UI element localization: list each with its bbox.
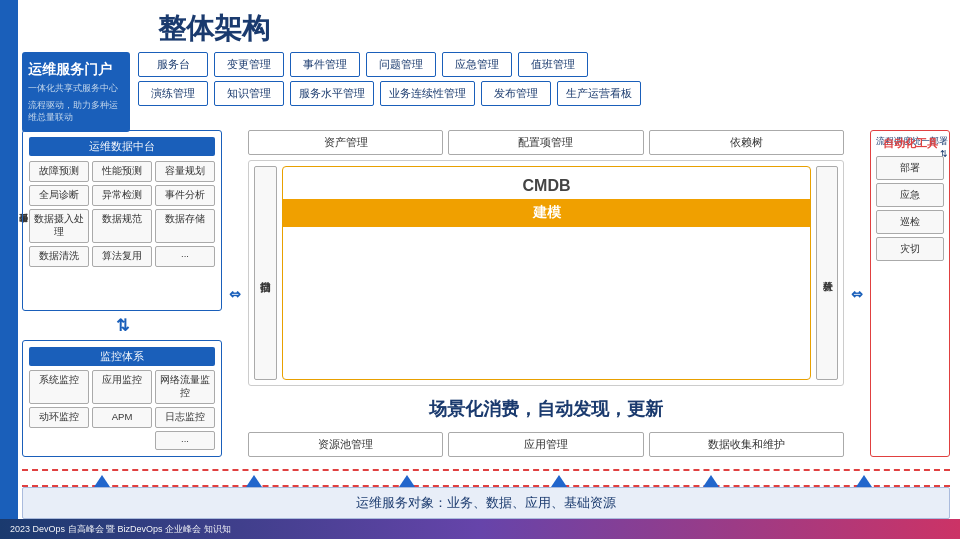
ops-item-algo[interactable]: 算法复用 [92,246,152,267]
cmdb-bottom-row: 资源池管理 应用管理 数据收集和维护 [248,432,844,457]
ops-item-perf[interactable]: 性能预测 [92,161,152,182]
portal-section: 运维服务门户 一体化共享式服务中心 流程驱动，助力多种运维总量联动 [22,52,130,132]
ops-data-box: 运维数据中台 故障预测 性能预测 容量规划 全局诊断 异常检测 事件分析 数据摄… [22,130,222,311]
auto-patrol[interactable]: 巡检 [876,210,944,234]
ops-item-norm[interactable]: 数据规范 [92,209,152,243]
cmdb-top-row: 资产管理 配置项管理 依赖树 [248,130,844,155]
middle-to-right-arrow: ⇔ [849,130,865,457]
cmdb-model: 建模 [283,199,810,227]
auto-tools-title: 自动化工具 [876,136,944,151]
footer-bar: 运维服务对象：业务、数据、应用、基础资源 [22,487,950,519]
monitor-box: 监控体系 系统监控 应用监控 网络流量监控 动环监控 APM 日志监控 ··· [22,340,222,457]
cmdb-dep[interactable]: 依赖树 [649,130,844,155]
middle-column: 资产管理 配置项管理 依赖树 自动扫描 CMDB 建模 关联分析 场景化消费，自… [248,130,844,457]
portal-title: 运维服务门户 [28,60,124,78]
service-btn-知识[interactable]: 知识管理 [214,81,284,106]
monitor-net[interactable]: 网络流量监控 [155,370,215,404]
service-btn-演练[interactable]: 演练管理 [138,81,208,106]
ops-data-row3: 数据摄入处理 数据规范 数据存储 [29,209,215,243]
ops-item-clean[interactable]: 数据清洗 [29,246,89,267]
monitor-env[interactable]: 动环监控 [29,407,89,428]
middle-area: 运维数据中台 故障预测 性能预测 容量规划 全局诊断 异常检测 事件分析 数据摄… [22,130,950,457]
cmdb-collect[interactable]: 数据收集和维护 [649,432,844,457]
right-column: 自动化工具 部署 应急 巡检 灾切 [870,130,950,457]
service-btn-水平[interactable]: 服务水平管理 [290,81,374,106]
auto-scan-label: 自动扫描 [254,166,277,380]
ops-item-store[interactable]: 数据存储 [155,209,215,243]
ops-item-capacity[interactable]: 容量规划 [155,161,215,182]
monitor-apm[interactable]: APM [92,407,152,428]
ops-data-row2: 全局诊断 异常检测 事件分析 [29,185,215,206]
monitor-title: 监控体系 [29,347,215,366]
service-btn-值班[interactable]: 值班管理 [518,52,588,77]
credit-text: 2023 DevOps 自高峰会 暨 BizDevOps 企业峰会 知识知 [10,523,231,536]
service-btn-发布[interactable]: 发布管理 [481,81,551,106]
credit-bar: 2023 DevOps 自高峰会 暨 BizDevOps 企业峰会 知识知 [0,519,960,539]
ops-item-more[interactable]: ··· [155,246,215,267]
monitor-row3: ··· [29,431,215,450]
service-btn-台[interactable]: 服务台 [138,52,208,77]
cmdb-label: CMDB [283,167,810,199]
auto-deploy[interactable]: 部署 [876,156,944,180]
top-services-area: 服务台 变更管理 事件管理 问题管理 应急管理 值班管理 演练管理 知识管理 服… [138,52,950,106]
service-btn-事件[interactable]: 事件管理 [290,52,360,77]
ops-item-anomaly[interactable]: 异常检测 [92,185,152,206]
cmdb-center: CMDB 建模 [282,166,811,380]
auto-disaster[interactable]: 灾切 [876,237,944,261]
left-column: 运维数据中台 故障预测 性能预测 容量规划 全局诊断 异常检测 事件分析 数据摄… [22,130,222,457]
service-row-2: 演练管理 知识管理 服务水平管理 业务连续性管理 发布管理 生产运营看板 [138,81,950,106]
ops-data-row1: 故障预测 性能预测 容量规划 [29,161,215,182]
ops-item-ingest[interactable]: 数据摄入处理 [29,209,89,243]
monitor-sys[interactable]: 系统监控 [29,370,89,404]
cmdb-main-area: 自动扫描 CMDB 建模 关联分析 [248,160,844,386]
monitor-row1: 系统监控 应用监控 网络流量监控 [29,370,215,404]
monitor-log[interactable]: 日志监控 [155,407,215,428]
portal-desc: 流程驱动，助力多种运维总量联动 [28,99,124,124]
footer-text: 运维服务对象：业务、数据、应用、基础资源 [356,495,616,510]
monitor-app[interactable]: 应用监控 [92,370,152,404]
service-btn-生产[interactable]: 生产运营看板 [557,81,641,106]
page-title: 整体架构 [18,0,960,54]
monitor-row2: 动环监控 APM 日志监控 [29,407,215,428]
service-btn-连续[interactable]: 业务连续性管理 [380,81,475,106]
ops-item-fault[interactable]: 故障预测 [29,161,89,182]
portal-subtitle: 一体化共享式服务中心 [28,82,124,95]
ops-data-row4: 数据清洗 算法复用 ··· [29,246,215,267]
service-btn-应急[interactable]: 应急管理 [442,52,512,77]
cmdb-pool[interactable]: 资源池管理 [248,432,443,457]
service-btn-变更[interactable]: 变更管理 [214,52,284,77]
double-arrow: ⇅ [116,316,129,335]
left-bar [0,0,18,539]
relation-analysis-label: 关联分析 [816,166,838,380]
service-btn-问题[interactable]: 问题管理 [366,52,436,77]
ops-item-event[interactable]: 事件分析 [155,185,215,206]
ops-data-title: 运维数据中台 [29,137,215,156]
cmdb-config[interactable]: 配置项管理 [448,130,643,155]
monitor-more[interactable]: ··· [155,431,215,450]
cmdb-app[interactable]: 应用管理 [448,432,643,457]
cmdb-box: CMDB 建模 [282,166,811,380]
main-container: 整体架构 监控告警事件 运维服务门户 一体化共享式服务中心 流程驱动，助力多种运… [18,0,960,539]
ops-arrow: ⇅ [22,316,222,335]
cmdb-asset[interactable]: 资产管理 [248,130,443,155]
auto-emergency[interactable]: 应急 [876,183,944,207]
bottom-dashed-line [22,469,950,487]
auto-tools-box: 自动化工具 部署 应急 巡检 灾切 [870,130,950,457]
left-to-middle-arrow: ⇔ [227,130,243,457]
scenario-text: 场景化消费，自动发现，更新 [248,391,844,427]
service-row-1: 服务台 变更管理 事件管理 问题管理 应急管理 值班管理 [138,52,950,77]
ops-item-global[interactable]: 全局诊断 [29,185,89,206]
